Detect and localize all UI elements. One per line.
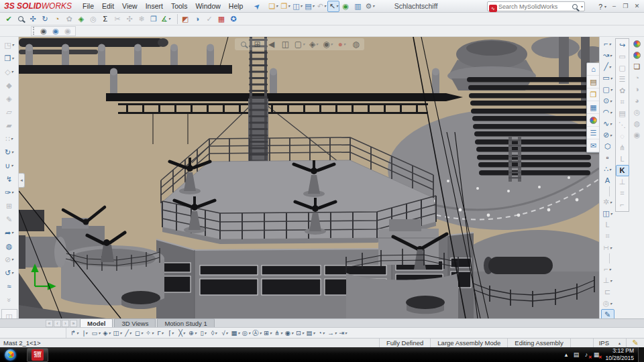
search-icon[interactable]	[569, 1, 581, 13]
smart-fasteners-icon[interactable]: ✑▾	[1, 186, 17, 199]
circular-relation-icon[interactable]: ◌	[616, 131, 629, 142]
ellipse-tool-icon[interactable]: ⊘▾	[601, 129, 614, 141]
point-tool-icon[interactable]: ▫	[601, 152, 614, 164]
start-button[interactable]	[5, 349, 16, 361]
copy-settings-button[interactable]: ❐	[148, 13, 160, 25]
solidworks-taskbar-button[interactable]: SW2016	[27, 348, 48, 362]
pushpin-icon[interactable]: ➤	[251, 1, 263, 12]
save-button[interactable]: ◫▾	[291, 1, 303, 12]
large-design-review-icon[interactable]: ≈	[1, 280, 17, 293]
dimension-scheme-icon[interactable]: ⋱	[616, 119, 629, 131]
feature-button[interactable]: ✣	[123, 13, 136, 25]
featuremanager-collapse-tab[interactable]: ◂	[19, 173, 25, 188]
icon[interactable]: Ⓐ▾	[252, 328, 262, 338]
offset-entities-icon[interactable]: L	[601, 219, 614, 231]
text-tool-icon[interactable]: A	[601, 175, 614, 186]
tray-volume-muted-icon[interactable]: ♪✕	[581, 349, 591, 360]
appearance-button[interactable]: ✿	[63, 13, 75, 25]
assembly-visualization-button[interactable]: ◩	[179, 13, 191, 25]
camera-record-icon[interactable]: ◉	[50, 25, 62, 37]
file-explorer-icon[interactable]: ❐	[587, 88, 599, 101]
trim-entities-icon[interactable]: ⌐▾	[601, 263, 614, 275]
toolbar-grip[interactable]	[33, 27, 36, 35]
display-style-icon[interactable]: ◈▾	[307, 38, 321, 50]
zoom-to-fit-icon[interactable]	[236, 38, 250, 50]
icon[interactable]: ▤▾	[305, 328, 316, 338]
menu-help[interactable]: Help	[225, 1, 248, 11]
hide-components-icon[interactable]: ⊘▾	[1, 253, 17, 266]
edit-appearance-icon[interactable]: ●▾	[335, 38, 349, 50]
ordinate-dimension-icon[interactable]: ☰	[616, 74, 629, 85]
spline-tool-icon[interactable]: ∿▾	[601, 118, 614, 129]
apply-scene-icon[interactable]: ◍	[349, 38, 363, 50]
cavity-icon[interactable]: ◆	[1, 78, 17, 92]
edrawings-button[interactable]: ✪	[227, 13, 239, 25]
merge-relation-icon[interactable]: ⋔	[616, 142, 629, 154]
menu-window[interactable]: Window	[191, 1, 224, 11]
icon[interactable]: ⋔▾	[273, 328, 284, 338]
view-orientation-icon[interactable]: ▢▾	[292, 38, 307, 50]
verification-button[interactable]: ✓	[203, 13, 215, 25]
render-tools-icon[interactable]: ❏	[631, 61, 644, 72]
vertical-dimension-icon[interactable]: ▢	[616, 62, 629, 74]
section-view-icon[interactable]: ◫	[278, 38, 292, 50]
menu-tools[interactable]: Tools	[167, 1, 192, 11]
chamfer-dimension-icon[interactable]: ✿	[616, 85, 629, 97]
icon[interactable]: ▦▾	[230, 328, 241, 338]
icon[interactable]: ◊▾	[209, 328, 219, 338]
icon[interactable]: ◫▾	[112, 328, 123, 338]
line-tool-icon[interactable]: ╱▾	[601, 61, 614, 72]
camera-disabled-icon[interactable]: ◉	[62, 25, 74, 37]
render-options-icon[interactable]: ◎	[631, 107, 644, 118]
tray-overflow-icon[interactable]: ▴	[561, 349, 571, 360]
icon[interactable]: ⇥▾	[337, 328, 348, 338]
fix-relation-icon[interactable]: K	[616, 165, 629, 176]
motion-button[interactable]: ◔	[51, 13, 63, 25]
polygon-tool-icon[interactable]: ⬡	[601, 141, 614, 152]
equal-relation-icon[interactable]: =	[616, 188, 629, 199]
custom-properties-icon[interactable]: ☰	[587, 127, 599, 139]
equations-button[interactable]: Σ	[99, 13, 111, 25]
icon[interactable]: →▾	[327, 328, 337, 338]
insert-component-icon[interactable]: ◳▾	[1, 38, 17, 52]
rectangle-tool-icon[interactable]: ▭▾	[601, 72, 614, 84]
tangent-relation-icon[interactable]: ⌐	[616, 199, 629, 210]
quick-snaps-icon[interactable]: ◎▾	[601, 298, 614, 309]
spline-route-icon[interactable]: ∪▾	[1, 159, 17, 172]
schedule-render-icon[interactable]: ◍	[631, 118, 644, 129]
perpendicular-relation-icon[interactable]: ⊥	[616, 176, 629, 188]
taskbar-clock[interactable]: 3:12 PM 10/28/2015	[605, 347, 634, 361]
trim-button[interactable]: ✂	[111, 13, 123, 25]
select-tool-button[interactable]: ↖▾	[327, 1, 339, 12]
mate-button[interactable]: ✣	[27, 13, 39, 25]
appearance-sphere-icon[interactable]	[631, 38, 644, 50]
component-pattern-icon[interactable]: ∷▾	[1, 132, 17, 145]
forum-icon[interactable]: ✉	[587, 139, 599, 152]
rebuild-traffic-light-button[interactable]: ◉	[339, 1, 352, 12]
search-dropdown-icon[interactable]: ▾	[581, 4, 583, 9]
find-references-button[interactable]	[15, 13, 27, 25]
icon[interactable]: ✧▾	[144, 328, 155, 338]
interference-detection-button[interactable]: ▦	[215, 13, 227, 25]
icon[interactable]: ⊞▾	[262, 328, 273, 338]
undo-button[interactable]: ↶▾	[315, 1, 327, 12]
icon[interactable]: ⊕▾	[187, 328, 198, 338]
tab-scroll-first-icon[interactable]: «	[46, 320, 53, 327]
tray-action-center-icon[interactable]: ▤	[571, 349, 581, 360]
view-palette-icon[interactable]: ▦	[587, 101, 599, 114]
check-model-button[interactable]: ◈	[75, 13, 87, 25]
icon[interactable]: ◉▾	[284, 328, 294, 338]
arc-tool-icon[interactable]: ◠▾	[601, 107, 614, 118]
viewport-3d-model[interactable]	[19, 37, 599, 318]
final-render-icon[interactable]: ◑	[631, 84, 644, 95]
grid-icon[interactable]: ⌗	[601, 231, 614, 242]
assembly-feature-icon[interactable]: ◇▾	[1, 65, 17, 78]
icon[interactable]: ◈▾	[101, 328, 112, 338]
new-document-button[interactable]: ❏▾	[267, 1, 279, 12]
toolbar-overflow-icon[interactable]: »	[1, 293, 17, 306]
edit-component-icon[interactable]: ✎	[1, 213, 17, 226]
sketch-pattern-icon[interactable]: ∴▾	[601, 164, 614, 175]
icon[interactable]: √▾	[219, 328, 230, 338]
icon[interactable]: |▾	[80, 328, 91, 338]
freehand-sketch-icon[interactable]: ↝▾	[601, 50, 614, 61]
